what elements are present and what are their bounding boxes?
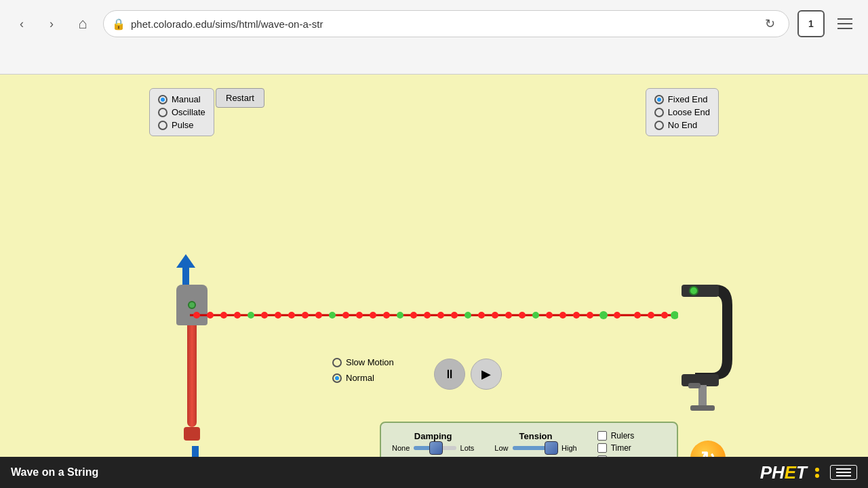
- restart-label: Restart: [226, 93, 254, 103]
- end-none[interactable]: No End: [654, 120, 710, 130]
- speed-normal-label: Normal: [346, 373, 374, 383]
- damping-slider-container: None Lots: [392, 444, 474, 452]
- rulers-checkbox-row[interactable]: Rulers: [597, 431, 666, 441]
- radio-fixed: [654, 95, 664, 104]
- end-panel: Fixed End Loose End No End: [646, 88, 719, 136]
- play-button[interactable]: ▶: [471, 359, 502, 390]
- svg-point-9: [302, 312, 309, 319]
- phet-logo-text: PHET: [760, 462, 807, 483]
- browser-toolbar: ‹ › ⌂ 🔒 ↻ 1: [0, 0, 868, 47]
- svg-point-34: [648, 312, 654, 319]
- restart-button[interactable]: Restart: [216, 88, 264, 108]
- speed-normal[interactable]: Normal: [332, 373, 394, 383]
- svg-rect-37: [682, 285, 719, 297]
- svg-point-4: [234, 312, 241, 319]
- address-bar-container: 🔒 ↻: [103, 10, 789, 37]
- mode-pulse-label: Pulse: [172, 120, 194, 130]
- radio-loose: [654, 108, 664, 117]
- svg-point-17: [410, 312, 417, 319]
- svg-point-25: [519, 312, 526, 319]
- radio-no-end: [654, 121, 664, 130]
- radio-manual: [158, 95, 167, 104]
- svg-rect-39: [698, 385, 707, 409]
- svg-point-42: [690, 287, 698, 295]
- address-bar[interactable]: [131, 18, 753, 30]
- speed-slow[interactable]: Slow Motion: [332, 357, 394, 367]
- svg-point-16: [397, 312, 403, 319]
- menu-line-2: [837, 23, 852, 24]
- tension-max-label: High: [561, 444, 577, 452]
- string-display: [190, 298, 678, 332]
- svg-point-1: [193, 312, 200, 319]
- damping-label: Damping: [392, 431, 474, 441]
- menu-line-3: [837, 28, 852, 29]
- svg-point-6: [261, 312, 268, 319]
- svg-point-12: [342, 312, 349, 319]
- svg-point-21: [465, 312, 471, 319]
- radio-oscillate: [158, 108, 167, 117]
- mode-pulse[interactable]: Pulse: [158, 120, 205, 130]
- refresh-button[interactable]: ↻: [759, 13, 781, 35]
- sim-area: Manual Oscillate Pulse Restart Fixed End…: [0, 75, 868, 488]
- svg-point-8: [288, 312, 295, 319]
- end-loose-label: Loose End: [668, 107, 710, 117]
- menu-button[interactable]: [833, 12, 857, 36]
- svg-point-24: [505, 312, 512, 319]
- svg-point-15: [383, 312, 390, 319]
- svg-point-14: [370, 312, 376, 319]
- forward-button[interactable]: ›: [41, 13, 62, 35]
- svg-point-27: [546, 312, 553, 319]
- damping-slider-track[interactable]: [414, 446, 456, 450]
- svg-point-35: [661, 312, 668, 319]
- radio-normal: [332, 373, 342, 383]
- svg-point-18: [424, 312, 431, 319]
- svg-point-19: [437, 312, 444, 319]
- back-button[interactable]: ‹: [11, 13, 33, 35]
- svg-point-7: [275, 312, 281, 319]
- mode-panel: Manual Oscillate Pulse: [149, 88, 214, 136]
- svg-point-5: [248, 312, 254, 319]
- app-title: Wave on a String: [11, 466, 98, 479]
- speed-controls: Slow Motion Normal: [332, 357, 394, 383]
- svg-point-30: [587, 312, 593, 319]
- damping-min-label: None: [392, 444, 410, 452]
- speed-slow-label: Slow Motion: [346, 357, 394, 367]
- mode-manual[interactable]: Manual: [158, 94, 205, 104]
- svg-point-28: [559, 312, 566, 319]
- timer-checkbox[interactable]: [597, 443, 607, 453]
- wrench-handle: [187, 325, 197, 427]
- home-button[interactable]: ⌂: [71, 12, 95, 36]
- svg-point-32: [614, 312, 620, 319]
- svg-point-31: [599, 311, 608, 319]
- bottom-bar: Wave on a String PHET: [0, 457, 868, 488]
- clamp: [668, 278, 736, 413]
- damping-max-label: Lots: [460, 444, 475, 452]
- pause-button[interactable]: ⏸: [434, 359, 465, 390]
- pause-icon: ⏸: [443, 367, 456, 382]
- phet-menu-button[interactable]: [830, 465, 857, 480]
- mode-oscillate-label: Oscillate: [172, 107, 205, 117]
- end-loose[interactable]: Loose End: [654, 107, 710, 117]
- timer-checkbox-row[interactable]: Timer: [597, 443, 666, 453]
- tension-slider-container: Low High: [494, 444, 576, 452]
- svg-point-22: [478, 312, 485, 319]
- svg-point-29: [573, 312, 580, 319]
- rulers-checkbox[interactable]: [597, 431, 607, 441]
- mode-manual-label: Manual: [172, 94, 201, 104]
- playback-controls: ⏸ ▶: [434, 359, 502, 390]
- svg-rect-41: [688, 383, 701, 388]
- tension-slider-track[interactable]: [513, 446, 558, 450]
- svg-point-2: [207, 312, 214, 319]
- end-fixed[interactable]: Fixed End: [654, 94, 710, 104]
- phet-logo: PHET: [760, 462, 857, 483]
- svg-point-3: [220, 312, 227, 319]
- radio-slow: [332, 358, 342, 367]
- end-none-label: No End: [668, 120, 697, 130]
- radio-pulse: [158, 121, 167, 130]
- tension-min-label: Low: [494, 444, 508, 452]
- svg-rect-40: [690, 405, 715, 411]
- mode-oscillate[interactable]: Oscillate: [158, 107, 205, 117]
- svg-point-10: [315, 312, 322, 319]
- wrench-knob: [184, 427, 200, 441]
- tab-button[interactable]: 1: [797, 10, 825, 37]
